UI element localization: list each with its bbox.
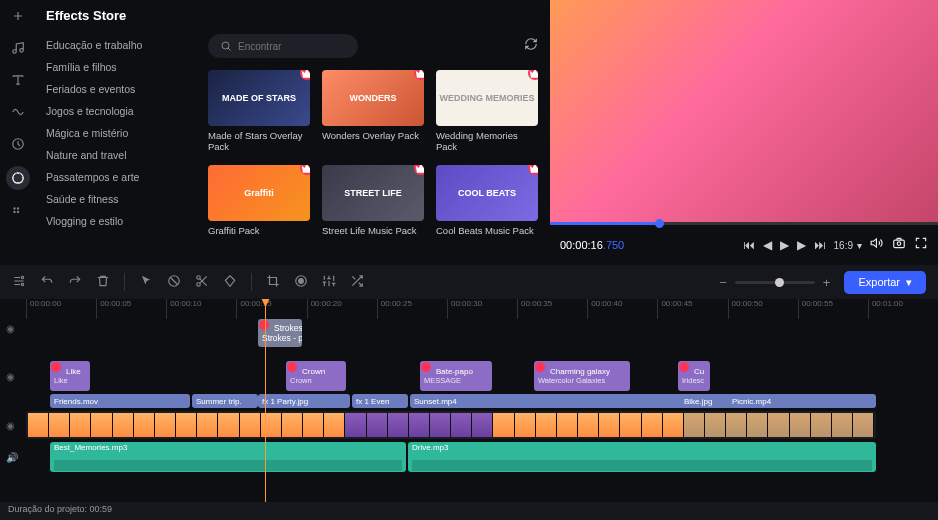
category-item[interactable]: Passatempos e arte [46,171,186,183]
timeline[interactable]: 00:00:0000:00:0500:00:1000:00:1500:00:20… [0,299,938,502]
video-label-track[interactable]: Friends.movSummer trip.fx 1 Party.jpgfx … [26,394,908,408]
pack-card[interactable]: MADE OF STARSMade of Stars Overlay Pack [208,70,310,153]
export-button[interactable]: Exportar ▾ [844,271,926,294]
title-clip[interactable]: Bate-papoMESSAGE [420,361,492,391]
search-box[interactable] [208,34,358,58]
search-input[interactable] [238,41,346,52]
category-item[interactable]: Saúde e fitness [46,193,186,205]
premium-badge-icon [287,362,297,372]
title-clip[interactable]: LikeLike [50,361,90,391]
undo-button[interactable] [40,274,54,291]
category-item[interactable]: Nature and travel [46,149,186,161]
refresh-button[interactable] [524,37,538,55]
video-clip-label[interactable]: Bike.jpg [680,394,726,408]
step-back-button[interactable]: ◀ [763,238,772,252]
pack-card[interactable]: COOL BEATSCool Beats Music Pack [436,165,538,236]
play-button[interactable]: ▶ [780,238,789,252]
video-thumbnail [282,413,303,437]
video-clip-label[interactable]: fx 1 Even [352,394,408,408]
premium-badge-icon [421,362,431,372]
transitions-icon[interactable] [8,102,28,122]
overlay-track[interactable]: ◉ StrokesStrokes - p [26,319,908,337]
disable-tool[interactable] [167,274,181,291]
step-forward-button[interactable]: ▶ [797,238,806,252]
scrubber-handle[interactable] [655,219,664,228]
video-clip-label[interactable]: Friends.mov [50,394,190,408]
ruler-tick: 00:00:50 [728,299,798,319]
pack-card[interactable]: STREET LIFEStreet Life Music Pack [322,165,424,236]
aspect-ratio-button[interactable]: 16:9 ▾ [834,240,862,251]
next-clip-button[interactable]: ⏭ [814,238,826,252]
track-visibility-icon[interactable]: ◉ [6,371,15,382]
title-clip[interactable]: Charming galaxyWatercolor Galaxies [534,361,630,391]
add-icon[interactable] [8,6,28,26]
video-thumbnail [409,413,430,437]
snapshot-icon[interactable] [892,236,906,254]
preview-video[interactable] [550,0,938,225]
shuffle-tool[interactable] [350,274,364,291]
title-clip[interactable]: CuIridesc [678,361,710,391]
apps-icon[interactable] [8,202,28,222]
pack-name: Wonders Overlay Pack [322,130,424,141]
pack-card[interactable]: GraffitiGraffiti Pack [208,165,310,236]
prev-clip-button[interactable]: ⏮ [743,238,755,252]
svg-rect-6 [894,240,905,248]
video-clip-label[interactable]: fx 1 Party.jpg [258,394,350,408]
category-item[interactable]: Mágica e mistério [46,127,186,139]
audio-track[interactable]: 🔊 Best_Memories.mp3Drive.mp3 [26,442,908,472]
audio-clip[interactable]: Drive.mp3 [408,442,876,472]
record-tool[interactable] [294,274,308,291]
video-thumbnail [49,413,70,437]
marker-tool[interactable] [223,274,237,291]
title-track[interactable]: ◉ LikeLikeCrownCrownBate-papoMESSAGEChar… [26,361,908,391]
adjust-tool[interactable] [322,274,336,291]
track-mute-icon[interactable]: 🔊 [6,452,18,463]
ruler[interactable]: 00:00:0000:00:0500:00:1000:00:1500:00:20… [0,299,938,319]
video-clip-label[interactable]: Summer trip. [192,394,258,408]
ruler-tick: 00:00:20 [307,299,377,319]
track-visibility-icon[interactable]: ◉ [6,420,15,431]
category-item[interactable]: Família e filhos [46,61,186,73]
scrubber[interactable] [550,222,938,225]
pack-card[interactable]: WEDDING MEMORIESWedding Memories Pack [436,70,538,153]
title-clip[interactable]: CrownCrown [286,361,346,391]
zoom-slider[interactable] [735,281,815,284]
music-icon[interactable] [8,38,28,58]
zoom-out-button[interactable]: − [719,275,727,290]
premium-badge-icon [414,70,424,80]
crop-tool[interactable] [266,274,280,291]
pointer-tool[interactable] [139,274,153,291]
video-thumbnail [197,413,218,437]
volume-icon[interactable] [870,236,884,254]
pack-thumbnail: STREET LIFE [322,165,424,221]
category-item[interactable]: Feriados e eventos [46,83,186,95]
pack-thumbnail: Graffiti [208,165,310,221]
video-thumbnail [176,413,197,437]
svg-point-8 [21,276,23,278]
video-thumbnail [536,413,557,437]
redo-button[interactable] [68,274,82,291]
svg-point-2 [17,207,19,209]
settings-icon[interactable] [12,274,26,291]
category-item[interactable]: Jogos e tecnologia [46,105,186,117]
video-thumbnail [663,413,684,437]
preview-panel: 00:00:16.750 ⏮ ◀ ▶ ▶ ⏭ 16:9 ▾ [550,0,938,265]
history-icon[interactable] [8,134,28,154]
ruler-tick: 00:00:25 [377,299,447,319]
category-item[interactable]: Educação e trabalho [46,39,186,51]
audio-clip[interactable]: Best_Memories.mp3 [50,442,406,472]
text-icon[interactable] [8,70,28,90]
cut-tool[interactable] [195,274,209,291]
playhead[interactable] [265,299,266,502]
track-visibility-icon[interactable]: ◉ [6,323,15,334]
delete-button[interactable] [96,274,110,291]
zoom-in-button[interactable]: + [823,275,831,290]
effects-store-icon[interactable] [6,166,30,190]
fullscreen-icon[interactable] [914,236,928,254]
pack-card[interactable]: WONDERSWonders Overlay Pack [322,70,424,153]
ruler-tick: 00:01:00 [868,299,938,319]
category-item[interactable]: Vlogging e estilo [46,215,186,227]
premium-badge-icon [51,362,61,372]
video-thumb-track[interactable]: ◉ [26,411,908,439]
video-clip-label[interactable]: Picnic.mp4 [728,394,876,408]
